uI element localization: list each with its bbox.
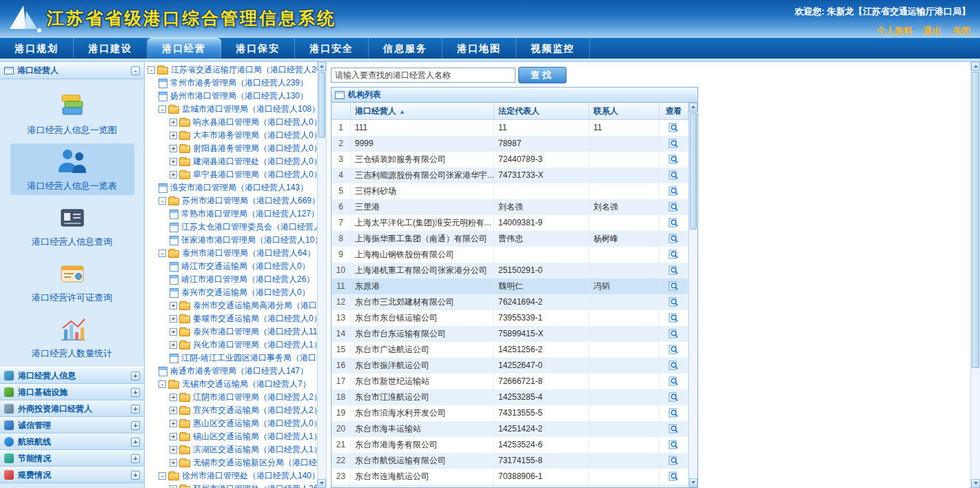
tree-node[interactable]: 响水县港口管理局（港口经营人0）: [145, 116, 317, 129]
view-icon[interactable]: [668, 313, 679, 326]
tree-node[interactable]: 射阳县港务管理局（港口经营人0）: [145, 142, 317, 155]
tree-node[interactable]: 江苏太仓港口管理委员会（港口经营人）: [145, 221, 317, 234]
tree-node[interactable]: 江苏省交通运输厅港口局（港口经营人2007）: [145, 63, 317, 77]
view-icon[interactable]: [668, 440, 679, 453]
table-row[interactable]: 7 上海太平洋化工(集团)淮安元明粉有... 14009381-9: [331, 215, 688, 231]
table-scrollbar[interactable]: [688, 103, 697, 487]
table-row[interactable]: 17 东台市新世纪运输站 72666721-8: [331, 374, 688, 389]
tree-node[interactable]: 江阴市港口管理局（港口经营人2）: [145, 391, 317, 404]
view-icon[interactable]: [668, 471, 679, 485]
view-icon[interactable]: [668, 329, 679, 342]
tree-node[interactable]: 大丰市港务管理局（港口经营人0）: [145, 129, 317, 142]
col-contact[interactable]: 联系人: [589, 103, 660, 119]
scrollbar-thumb[interactable]: [690, 112, 697, 230]
table-row[interactable]: 24 东台市通海运输公司 74103485-6: [331, 485, 688, 487]
collapse-button[interactable]: -: [131, 66, 140, 75]
view-icon[interactable]: [668, 424, 679, 437]
tree-node[interactable]: 兴化市港口管理局（港口经营人1）: [145, 338, 317, 352]
tree-toggle-icon[interactable]: [170, 420, 177, 427]
scroll-up-button[interactable]: [689, 103, 697, 112]
tree-toggle-icon[interactable]: [147, 66, 155, 74]
tab-port-map[interactable]: 港口地图: [442, 38, 516, 59]
expand-button[interactable]: +: [131, 405, 140, 414]
tab-info-service[interactable]: 信息服务: [369, 38, 442, 59]
tree-node[interactable]: 锡山区交通运输局（港口经营人1）: [145, 430, 317, 443]
tree-toggle-icon[interactable]: [159, 197, 166, 205]
close-link[interactable]: 关闭: [952, 25, 970, 37]
table-row[interactable]: 11 东原港 魏明仁 冯韬: [331, 278, 688, 294]
tree-node[interactable]: 南通市港务管理局（港口经营人147）: [145, 365, 317, 378]
table-row[interactable]: 4 三吉利能源股份有限公司张家港华宇... 74731733-X: [331, 167, 688, 183]
accordion-item-routes[interactable]: 航班航线 +: [0, 434, 144, 450]
table-row[interactable]: 1 111 11 11: [331, 120, 688, 136]
table-row[interactable]: 13 东台市东台镇运输公司 73955339-1: [331, 310, 688, 326]
table-row[interactable]: 5 三得利砂场: [331, 183, 688, 199]
tree-toggle-icon[interactable]: [170, 315, 177, 323]
tree-node[interactable]: 邳州市港口管理处（港口经营人36）: [145, 482, 317, 488]
tree-toggle-icon[interactable]: [170, 328, 177, 336]
view-icon[interactable]: [668, 281, 679, 294]
tree-toggle-icon[interactable]: [170, 132, 177, 139]
view-icon[interactable]: [668, 170, 679, 183]
tree-node[interactable]: 扬州市港口管理局（港口经营人130）: [145, 90, 317, 103]
table-row[interactable]: 18 东台市江淮航运公司 14253285-4: [331, 389, 688, 405]
table-row[interactable]: 14 东台市台东运输有限公司 75899415-X: [331, 326, 688, 342]
view-icon[interactable]: [668, 123, 679, 136]
tree-toggle-icon[interactable]: [170, 158, 177, 165]
search-input[interactable]: [331, 68, 515, 83]
accordion-item-infrastructure[interactable]: 港口基础设施 +: [0, 384, 144, 400]
tree-toggle-icon[interactable]: [170, 145, 177, 152]
expand-button[interactable]: +: [131, 438, 140, 447]
table-row[interactable]: 23 东台市连海航运公司 70388906-1: [331, 469, 688, 485]
tree-toggle-icon[interactable]: [170, 119, 177, 126]
view-icon[interactable]: [668, 139, 679, 152]
view-icon[interactable]: [668, 265, 679, 278]
tree-toggle-icon[interactable]: [159, 105, 166, 113]
tree-toggle-icon[interactable]: [159, 380, 166, 388]
tree-node[interactable]: 泰兴市港口管理局（港口经营人11）: [145, 325, 317, 338]
tree-node[interactable]: 徐州市港口管理处（港口经营人140）: [145, 469, 317, 482]
expand-button[interactable]: +: [131, 454, 140, 463]
sidebar-item-operator-overview-chart[interactable]: 港口经营人信息一览图: [10, 88, 134, 139]
sidebar-item-operator-info-query[interactable]: 港口经营人信息查询: [10, 199, 134, 251]
tree-scrollbar[interactable]: [317, 62, 326, 488]
tab-port-safety[interactable]: 港口安全: [295, 38, 369, 59]
tree-toggle-icon[interactable]: [170, 171, 177, 179]
tree-node[interactable]: 无锡市交通运输新区分局（港口经营）: [145, 456, 317, 469]
scroll-down-button[interactable]: [971, 479, 980, 488]
tree-node[interactable]: 姜堰市交通运输局（港口经营人0）: [145, 312, 317, 325]
col-operator[interactable]: 港口经营人▲: [351, 103, 494, 119]
tab-video-monitor[interactable]: 视频监控: [516, 38, 590, 59]
view-icon[interactable]: [668, 250, 679, 263]
view-icon[interactable]: [668, 297, 679, 310]
table-row[interactable]: 9 上海梅山钢铁股份有限公司: [331, 247, 688, 263]
expand-button[interactable]: +: [131, 372, 140, 380]
table-row[interactable]: 3 三仓镇装卸服务有限公司 72440789-3: [331, 152, 688, 167]
table-row[interactable]: 2 9999 78987: [331, 136, 688, 152]
expand-button[interactable]: +: [131, 421, 140, 430]
table-row[interactable]: 8 上海振华重工集团（南通）有限公司 曹伟忠 杨树峰: [331, 231, 688, 247]
tab-port-planning[interactable]: 港口规划: [0, 38, 74, 59]
tab-port-operation[interactable]: 港口经营: [147, 38, 221, 59]
profile-link[interactable]: 个人资料: [877, 25, 912, 37]
scrollbar-thumb[interactable]: [318, 72, 325, 138]
tree-toggle-icon[interactable]: [159, 472, 166, 480]
view-icon[interactable]: [668, 345, 679, 358]
tree-toggle-icon[interactable]: [170, 407, 177, 414]
tree-node[interactable]: 建湖县港口管理处（港口经营人0）: [145, 155, 317, 168]
tree-node[interactable]: 泰兴市交通运输局（港口经营人0）: [145, 286, 317, 299]
tree-toggle-icon[interactable]: [170, 446, 177, 454]
expand-button[interactable]: +: [131, 471, 140, 480]
tree-node[interactable]: 无锡市交通运输局（港口经营人7）: [145, 378, 317, 391]
view-icon[interactable]: [668, 376, 679, 389]
view-icon[interactable]: [668, 360, 679, 374]
view-icon[interactable]: [668, 408, 679, 421]
tree-node[interactable]: 惠山区交通运输局（港口经营人0）: [145, 417, 317, 430]
tree-node[interactable]: 张家港市港口管理局（港口经营人10）: [145, 234, 317, 247]
expand-button[interactable]: +: [131, 388, 140, 397]
view-icon[interactable]: [668, 234, 679, 247]
table-row[interactable]: 15 东台市广达航运公司 14251256-2: [331, 342, 688, 358]
sidebar-item-operator-overview-table[interactable]: 港口经营人信息一览表: [10, 143, 134, 195]
tree-node[interactable]: 靖江市交通运输局（港口经营人0）: [145, 260, 317, 273]
accordion-item-credit-management[interactable]: 诚信管理 +: [0, 417, 144, 434]
